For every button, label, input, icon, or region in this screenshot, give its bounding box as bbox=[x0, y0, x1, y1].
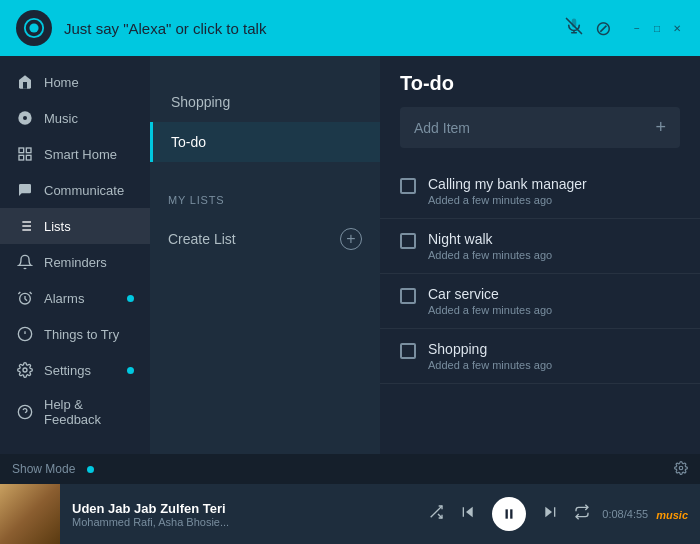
svg-rect-28 bbox=[510, 509, 512, 518]
todo-item-1: Calling my bank manager Added a few minu… bbox=[380, 164, 700, 219]
add-item-row[interactable]: Add Item + bbox=[400, 107, 680, 148]
todo-item-4: Shopping Added a few minutes ago bbox=[380, 329, 700, 384]
shuffle-button[interactable] bbox=[428, 504, 444, 524]
header-icons: ⊘ − □ ✕ bbox=[565, 16, 684, 40]
album-art bbox=[0, 484, 60, 544]
create-list-label: Create List bbox=[168, 231, 236, 247]
lists-section-header bbox=[150, 56, 380, 82]
todo-label: To-do bbox=[171, 134, 206, 150]
svg-rect-6 bbox=[26, 148, 31, 153]
list-item-shopping[interactable]: Shopping bbox=[150, 82, 380, 122]
todo-item-2: Night walk Added a few minutes ago bbox=[380, 219, 700, 274]
todo-title-4: Shopping bbox=[428, 341, 680, 357]
svg-point-19 bbox=[23, 368, 27, 372]
bottom-bar: Show Mode bbox=[0, 454, 700, 484]
sidebar-alarms-label: Alarms bbox=[44, 291, 117, 306]
todo-sub-4: Added a few minutes ago bbox=[428, 359, 680, 371]
do-not-disturb-icon[interactable]: ⊘ bbox=[595, 16, 612, 40]
window-controls-group: − □ ✕ bbox=[630, 21, 684, 35]
sidebar-reminders-label: Reminders bbox=[44, 255, 134, 270]
music-icon bbox=[16, 109, 34, 127]
help-icon bbox=[16, 403, 34, 421]
music-player: Uden Jab Jab Zulfen Teri Mohammed Rafi, … bbox=[0, 484, 700, 544]
todo-item-3: Car service Added a few minutes ago bbox=[380, 274, 700, 329]
sidebar-item-smart-home[interactable]: Smart Home bbox=[0, 136, 150, 172]
repeat-button[interactable] bbox=[574, 504, 590, 524]
sidebar-item-settings[interactable]: Settings bbox=[0, 352, 150, 388]
main-area: Home Music Smart Home Communicate Lists bbox=[0, 56, 700, 484]
music-brand-label: music bbox=[656, 509, 688, 521]
svg-marker-25 bbox=[466, 507, 473, 518]
smarthome-icon bbox=[16, 145, 34, 163]
create-list-plus-button[interactable]: + bbox=[340, 228, 362, 250]
alarms-icon bbox=[16, 289, 34, 307]
todo-sub-3: Added a few minutes ago bbox=[428, 304, 680, 316]
sidebar-things-label: Things to Try bbox=[44, 327, 134, 342]
todo-checkbox-1[interactable] bbox=[400, 178, 416, 194]
todo-checkbox-3[interactable] bbox=[400, 288, 416, 304]
player-artist: Mohammed Rafi, Asha Bhosie... bbox=[72, 516, 416, 528]
prev-button[interactable] bbox=[460, 504, 476, 524]
mic-muted-icon[interactable] bbox=[565, 17, 583, 40]
player-controls bbox=[428, 497, 590, 531]
todo-text-1: Calling my bank manager Added a few minu… bbox=[428, 176, 680, 206]
sidebar-communicate-label: Communicate bbox=[44, 183, 134, 198]
create-list-row[interactable]: Create List + bbox=[150, 216, 380, 262]
player-info: Uden Jab Jab Zulfen Teri Mohammed Rafi, … bbox=[60, 501, 428, 528]
show-mode-label[interactable]: Show Mode bbox=[12, 462, 75, 476]
todo-panel: To-do Add Item + Calling my bank manager… bbox=[380, 56, 700, 484]
settings-dot bbox=[127, 367, 134, 374]
sidebar-item-reminders[interactable]: Reminders bbox=[0, 244, 150, 280]
svg-rect-8 bbox=[26, 155, 31, 160]
show-mode-dot bbox=[87, 466, 94, 473]
alarms-dot bbox=[127, 295, 134, 302]
settings-nav-icon bbox=[16, 361, 34, 379]
todo-title-3: Car service bbox=[428, 286, 680, 302]
svg-point-4 bbox=[23, 116, 27, 120]
middle-panel: Shopping To-do MY LISTS Create List + bbox=[150, 56, 380, 484]
next-button[interactable] bbox=[542, 504, 558, 524]
sidebar-home-label: Home bbox=[44, 75, 134, 90]
todo-sub-2: Added a few minutes ago bbox=[428, 249, 680, 261]
alexa-logo bbox=[16, 10, 52, 46]
sidebar-item-lists[interactable]: Lists bbox=[0, 208, 150, 244]
add-item-plus-icon[interactable]: + bbox=[655, 117, 666, 138]
add-item-placeholder: Add Item bbox=[414, 120, 645, 136]
gear-icon[interactable] bbox=[674, 461, 688, 478]
svg-point-1 bbox=[29, 23, 38, 32]
todo-title: To-do bbox=[380, 56, 700, 107]
header-tagline: Just say "Alexa" or click to talk bbox=[64, 20, 533, 37]
todo-title-1: Calling my bank manager bbox=[428, 176, 680, 192]
sidebar-item-help[interactable]: Help & Feedback bbox=[0, 388, 150, 436]
sidebar: Home Music Smart Home Communicate Lists bbox=[0, 56, 150, 484]
sidebar-settings-label: Settings bbox=[44, 363, 117, 378]
svg-rect-7 bbox=[19, 155, 24, 160]
todo-title-2: Night walk bbox=[428, 231, 680, 247]
app-header: Just say "Alexa" or click to talk ⊘ − □ … bbox=[0, 0, 700, 56]
player-time: 0:08/4:55 bbox=[602, 508, 648, 520]
svg-rect-5 bbox=[19, 148, 24, 153]
sidebar-help-label: Help & Feedback bbox=[44, 397, 134, 427]
minimize-button[interactable]: − bbox=[630, 21, 644, 35]
sidebar-item-music[interactable]: Music bbox=[0, 100, 150, 136]
sidebar-music-label: Music bbox=[44, 111, 134, 126]
todo-checkbox-2[interactable] bbox=[400, 233, 416, 249]
list-item-todo[interactable]: To-do bbox=[150, 122, 380, 162]
sidebar-item-alarms[interactable]: Alarms bbox=[0, 280, 150, 316]
sidebar-lists-label: Lists bbox=[44, 219, 134, 234]
todo-text-3: Car service Added a few minutes ago bbox=[428, 286, 680, 316]
sidebar-item-home[interactable]: Home bbox=[0, 64, 150, 100]
shopping-label: Shopping bbox=[171, 94, 230, 110]
reminders-icon bbox=[16, 253, 34, 271]
todo-checkbox-4[interactable] bbox=[400, 343, 416, 359]
pause-button[interactable] bbox=[492, 497, 526, 531]
svg-rect-2 bbox=[572, 18, 577, 27]
todo-text-4: Shopping Added a few minutes ago bbox=[428, 341, 680, 371]
sidebar-smarthome-label: Smart Home bbox=[44, 147, 134, 162]
home-icon bbox=[16, 73, 34, 91]
close-button[interactable]: ✕ bbox=[670, 21, 684, 35]
maximize-button[interactable]: □ bbox=[650, 21, 664, 35]
sidebar-item-things-to-try[interactable]: Things to Try bbox=[0, 316, 150, 352]
lists-icon bbox=[16, 217, 34, 235]
sidebar-item-communicate[interactable]: Communicate bbox=[0, 172, 150, 208]
